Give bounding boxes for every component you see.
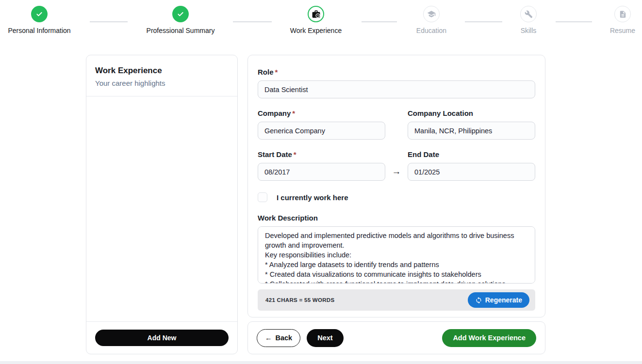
char-word-count: 421 CHARS = 55 WORDS: [265, 297, 334, 303]
panel-title: Work Experience: [95, 66, 229, 76]
step-label: Work Experience: [290, 27, 342, 34]
work-experience-list-panel: Work Experience Your career highlights A…: [86, 55, 238, 354]
briefcase-clock-icon: [308, 6, 324, 22]
work-experience-form: Role* Company* Company Location Start Da…: [247, 55, 545, 317]
back-label: Back: [276, 334, 293, 342]
arrow-right-icon: →: [392, 166, 401, 177]
role-label: Role*: [258, 68, 535, 76]
back-button[interactable]: ← Back: [257, 329, 300, 347]
start-date-label: Start Date*: [258, 150, 385, 158]
check-icon: [172, 6, 189, 22]
bottom-strip: [0, 361, 642, 364]
step-label: Skills: [521, 27, 537, 34]
document-icon: [614, 6, 631, 22]
end-date-label: End Date: [408, 150, 535, 158]
step-skills[interactable]: Skills: [490, 6, 567, 34]
step-label: Professional Summary: [147, 27, 215, 34]
next-button[interactable]: Next: [307, 329, 343, 347]
regenerate-label: Regenerate: [485, 296, 522, 304]
panel-footer: Add New: [86, 321, 237, 354]
role-input[interactable]: [258, 80, 535, 98]
company-location-label: Company Location: [408, 109, 535, 117]
resume-builder-screen: Personal Information Professional Summar…: [0, 0, 642, 364]
step-connector: [90, 21, 128, 22]
step-connector: [362, 21, 397, 22]
work-description-label: Work Description: [258, 214, 535, 222]
stepper: Personal Information Professional Summar…: [0, 0, 642, 44]
regenerate-button[interactable]: Regenerate: [468, 292, 529, 308]
char-counter-bar: 421 CHARS = 55 WORDS Regenerate: [258, 289, 535, 311]
required-asterisk: *: [275, 68, 278, 76]
required-asterisk: *: [292, 109, 295, 117]
refresh-icon: [475, 297, 482, 304]
step-personal-information[interactable]: Personal Information: [0, 6, 78, 34]
step-label: Education: [416, 27, 446, 34]
required-asterisk: *: [294, 150, 296, 158]
step-connector: [233, 21, 272, 22]
panel-subtitle: Your career highlights: [95, 79, 229, 87]
add-new-button[interactable]: Add New: [95, 330, 229, 346]
add-work-experience-button[interactable]: Add Work Experience: [442, 329, 536, 347]
experience-list: [86, 96, 237, 321]
currently-work-here-label: I currently work here: [277, 193, 348, 202]
step-work-experience[interactable]: Work Experience: [277, 6, 355, 34]
company-input[interactable]: [258, 122, 385, 140]
step-education[interactable]: Education: [393, 6, 470, 34]
check-icon: [31, 6, 48, 22]
panel-header: Work Experience Your career highlights: [86, 55, 237, 96]
company-location-input[interactable]: [408, 122, 535, 140]
step-professional-summary[interactable]: Professional Summary: [142, 6, 219, 34]
company-label: Company*: [258, 109, 385, 117]
graduation-cap-icon: [423, 6, 440, 22]
form-actions-bar: ← Back Next Add Work Experience: [247, 321, 545, 354]
step-label: Personal Information: [8, 27, 70, 34]
currently-work-here-checkbox[interactable]: [258, 192, 267, 202]
step-resume[interactable]: Resume: [584, 6, 642, 34]
work-description-textarea[interactable]: Developed and implemented predictive mod…: [258, 226, 535, 284]
wrench-icon: [520, 6, 537, 22]
start-date-input[interactable]: [258, 163, 385, 181]
step-label: Resume: [610, 27, 635, 34]
arrow-left-icon: ←: [265, 334, 272, 342]
end-date-input[interactable]: [408, 163, 535, 181]
